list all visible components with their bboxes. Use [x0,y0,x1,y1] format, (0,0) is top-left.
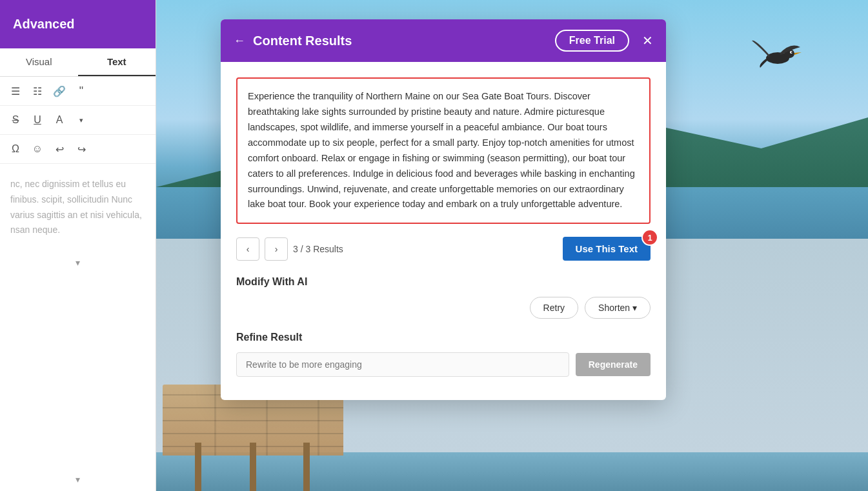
shorten-button[interactable]: Shorten ▾ [585,297,651,319]
refine-row: Regenerate [236,352,651,377]
svg-marker-2 [794,52,802,55]
svg-point-4 [791,52,792,53]
modal-close-button[interactable]: ✕ [642,33,653,48]
redo-icon[interactable]: ↪ [72,140,90,158]
undo-icon[interactable]: ↩ [50,140,68,158]
sidebar: Advanced Visual Text ☰ ☷ 🔗 " S U A ▾ Ω ☺… [0,0,156,491]
result-text-box: Experience the tranquility of Northern M… [236,77,651,224]
pagination-label: 3 / 3 Results [293,244,558,254]
main-area: ← Content Results Free Trial ✕ Experienc… [156,0,868,491]
sidebar-header: Advanced [0,0,156,48]
dock-post-3 [303,443,310,491]
content-results-modal: ← Content Results Free Trial ✕ Experienc… [221,19,666,400]
modify-actions: Retry Shorten ▾ [236,297,651,319]
quote-icon[interactable]: " [72,82,90,100]
toolbar-row-1: ☰ ☷ 🔗 " [0,77,156,106]
modify-section-title: Modify With AI [236,276,651,288]
strikethrough-icon[interactable]: S [6,111,25,129]
dock-post-1 [195,443,201,491]
numbered-list-icon[interactable]: ☷ [28,82,46,100]
omega-icon[interactable]: Ω [6,140,25,158]
next-result-button[interactable]: › [265,237,288,261]
toolbar-row-2: S U A ▾ [0,106,156,135]
use-this-text-button[interactable]: Use This Text [563,237,651,261]
bird-svg [749,35,807,74]
text-color-picker-icon[interactable]: ▾ [72,111,90,129]
water-bottom [156,452,868,491]
refine-section-title: Refine Result [236,332,651,343]
free-trial-badge[interactable]: Free Trial [555,30,629,52]
sidebar-content: nc, nec dignissim et tellus eu finibus. … [0,164,156,251]
modal-title: Content Results [253,34,547,48]
sidebar-expand-2[interactable]: ▾ [0,468,156,491]
toolbar-row-3: Ω ☺ ↩ ↪ [0,135,156,164]
prev-result-button[interactable]: ‹ [236,237,259,261]
modal-body: Experience the tranquility of Northern M… [221,62,666,400]
text-color-icon[interactable]: A [50,111,68,129]
tab-text[interactable]: Text [78,48,156,76]
refine-section: Refine Result Regenerate [236,332,651,377]
sidebar-tabs: Visual Text [0,48,156,77]
notification-badge: 1 [641,229,658,246]
emoji-icon[interactable]: ☺ [28,140,46,158]
sidebar-expand-1[interactable]: ▾ [0,251,156,274]
sidebar-title: Advanced [13,17,75,32]
tab-visual[interactable]: Visual [0,48,78,76]
regenerate-button[interactable]: Regenerate [576,353,651,376]
modal-back-button[interactable]: ← [234,34,245,48]
link-icon[interactable]: 🔗 [50,82,68,100]
underline-icon[interactable]: U [28,111,46,129]
pagination-row: ‹ › 3 / 3 Results Use This Text 1 [236,237,651,261]
retry-button[interactable]: Retry [530,297,578,319]
refine-input[interactable] [236,352,569,377]
dock-post-2 [250,443,256,491]
modify-section: Modify With AI Retry Shorten ▾ [236,276,651,319]
modal-header: ← Content Results Free Trial ✕ [221,19,666,62]
bullet-list-icon[interactable]: ☰ [6,82,25,100]
